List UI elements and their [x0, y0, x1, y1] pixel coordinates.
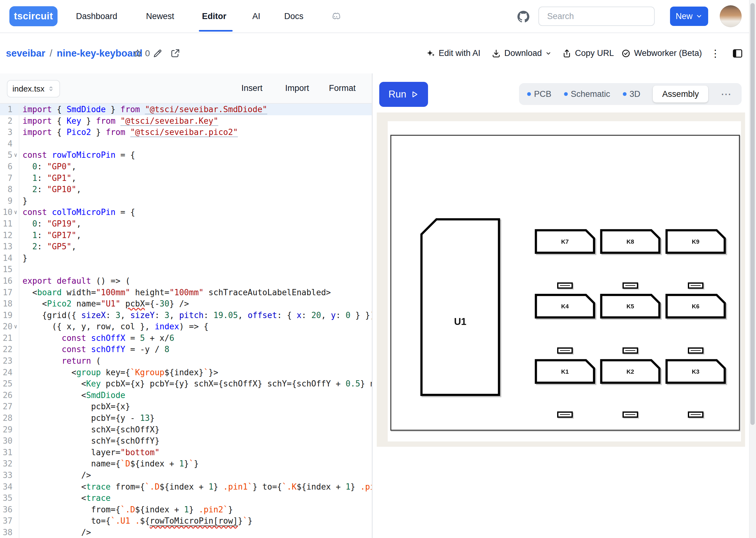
code-line[interactable]: 23 return ( [0, 355, 372, 367]
diode-d5[interactable] [623, 348, 637, 353]
diode-d8[interactable] [623, 283, 637, 288]
code-line[interactable]: 10∨const colToMicroPin = { [0, 206, 372, 218]
copy-url-button[interactable]: Copy URL [562, 33, 614, 74]
tab-schematic[interactable]: Schematic [564, 89, 610, 99]
code-line[interactable]: 37 to={`.U1 .${rowToMicroPin[row]}`} [0, 515, 372, 527]
code-line[interactable]: 21 const schOffX = 5 + x/6 [0, 332, 372, 344]
code-line[interactable]: 4 [0, 138, 372, 150]
code-line[interactable]: 20∨ ({ x, y, row, col }, index) => { [0, 321, 372, 332]
diode-d6[interactable] [688, 348, 703, 353]
run-button[interactable]: Run [379, 82, 428, 107]
code-line[interactable]: 12 1: "GP17", [0, 230, 372, 241]
key-k8[interactable]: K8 [601, 230, 660, 253]
code-line[interactable]: 29 schX={schOffX} [0, 424, 372, 436]
pane-divider[interactable] [372, 74, 373, 538]
code-line[interactable]: 35 <trace [0, 492, 372, 504]
code-line[interactable]: 2import { Key } from "@tsci/seveibar.Key… [0, 115, 372, 127]
diode-d1[interactable] [558, 412, 572, 417]
file-selector-label: index.tsx [13, 84, 45, 94]
star-button[interactable]: 0 [133, 33, 150, 74]
menu-insert[interactable]: Insert [241, 74, 262, 103]
more-actions-menu[interactable] [710, 33, 720, 74]
nav-item-newest[interactable]: Newest [146, 0, 174, 32]
code-line[interactable]: 33 /> [0, 469, 372, 481]
code-line[interactable]: 22 const schOffY = -y / 8 [0, 344, 372, 355]
webworker-toggle[interactable]: Webworker (Beta) [621, 33, 702, 74]
key-k3[interactable]: K3 [667, 360, 725, 383]
code-line[interactable]: 7 1: "GP1", [0, 173, 372, 184]
discord-icon[interactable] [330, 11, 341, 22]
code-line[interactable]: 34 <trace from={`.D${index + 1} .pin1`} … [0, 481, 372, 493]
key-k6[interactable]: K6 [667, 295, 725, 317]
user-avatar[interactable] [720, 5, 742, 27]
search-box [538, 7, 655, 26]
code-line[interactable]: 1import { SmdDiode } from "@tsci/seveiba… [0, 104, 372, 115]
github-icon[interactable] [517, 11, 529, 23]
more-views-icon[interactable] [721, 83, 731, 105]
code-line[interactable]: 11 0: "GP19", [0, 218, 372, 230]
code-line[interactable]: 38 /> [0, 527, 372, 538]
breadcrumb-owner-link[interactable]: seveibar [6, 48, 45, 59]
toggle-panel-button[interactable] [731, 33, 743, 74]
code-line[interactable]: 17 <board width="100mm" height="100mm" s… [0, 287, 372, 298]
assembly-canvas[interactable]: U1 K7 [388, 121, 741, 442]
code-line[interactable]: 19 {grid({ sizeX: 3, sizeY: 3, pitch: 19… [0, 310, 372, 321]
nav-item-editor[interactable]: Editor [202, 0, 226, 32]
diode-d7[interactable] [558, 283, 572, 288]
key-k9[interactable]: K9 [667, 230, 725, 253]
download-button[interactable]: Download [492, 33, 552, 74]
share-button[interactable] [170, 33, 180, 74]
code-line[interactable]: 31 layer="bottom" [0, 447, 372, 458]
breadcrumb-package-link[interactable]: nine-key-keyboard [57, 48, 142, 59]
tscircuit-logo[interactable]: tscircuit [9, 6, 58, 26]
tab-pcb[interactable]: PCB [527, 89, 552, 99]
code-line[interactable]: 6 0: "GP0", [0, 161, 372, 173]
menu-import[interactable]: Import [285, 74, 309, 103]
code-line[interactable]: 3import { Pico2 } from "@tsci/seveibar.p… [0, 127, 372, 138]
tab-assembly[interactable]: Assembly [653, 85, 708, 102]
nav-item-ai[interactable]: AI [252, 0, 261, 32]
code-line[interactable]: 9} [0, 195, 372, 207]
code-editor[interactable]: 1import { SmdDiode } from "@tsci/seveiba… [0, 104, 372, 538]
key-label: K3 [692, 368, 699, 375]
key-k2[interactable]: K2 [601, 360, 660, 383]
new-button[interactable]: New [670, 7, 708, 26]
top-nav: tscircuit Dashboard Newest Editor AI Doc… [0, 0, 756, 33]
code-line[interactable]: 25 <Key pcbX={x} pcbY={y} schX={schOffX}… [0, 378, 372, 390]
code-line[interactable]: 32 name={`D${index + 1}`} [0, 458, 372, 469]
diode-d4[interactable] [558, 348, 572, 353]
code-line[interactable]: 26 <SmdDiode [0, 390, 372, 401]
diode-d3[interactable] [688, 412, 703, 417]
nav-item-docs[interactable]: Docs [284, 0, 304, 32]
menu-format[interactable]: Format [329, 74, 356, 103]
search-input[interactable] [539, 7, 654, 25]
page-scrollbar-track[interactable] [749, 0, 756, 538]
tab-3d[interactable]: 3D [623, 89, 641, 99]
key-k4[interactable]: K4 [536, 295, 594, 317]
key-k1[interactable]: K1 [536, 360, 594, 383]
code-line[interactable]: 13 2: "GP5", [0, 241, 372, 252]
edit-with-ai-button[interactable]: Edit with AI [426, 33, 481, 74]
code-line[interactable]: 15 [0, 264, 372, 275]
code-line[interactable]: 16export default () => ( [0, 275, 372, 287]
code-line[interactable]: 24 <group key={`Kgroup${index}`}> [0, 367, 372, 378]
code-line[interactable]: 28 pcbY={y - 13} [0, 412, 372, 424]
file-selector[interactable]: index.tsx [7, 80, 60, 97]
diode-d9[interactable] [688, 283, 703, 288]
code-line[interactable]: 5∨const rowToMicroPin = { [0, 149, 372, 161]
nav-item-dashboard[interactable]: Dashboard [76, 0, 117, 32]
code-line[interactable]: 36 from={`.D${index + 1} .pin2`} [0, 504, 372, 515]
rename-button[interactable] [152, 33, 163, 74]
diode-d2[interactable] [623, 412, 637, 417]
key-k5[interactable]: K5 [601, 295, 660, 317]
component-u1[interactable]: U1 [422, 219, 499, 395]
key-label: K1 [561, 368, 569, 375]
page-scrollbar-thumb[interactable] [750, 3, 755, 425]
chevron-down-icon [545, 50, 552, 57]
code-line[interactable]: 8 2: "GP10", [0, 184, 372, 195]
code-line[interactable]: 27 pcbX={x} [0, 401, 372, 412]
code-line[interactable]: 30 schY={schOffY} [0, 435, 372, 447]
code-line[interactable]: 14} [0, 252, 372, 264]
code-line[interactable]: 18 <Pico2 name="U1" pcbX={-30} /> [0, 298, 372, 310]
key-k7[interactable]: K7 [536, 230, 594, 253]
